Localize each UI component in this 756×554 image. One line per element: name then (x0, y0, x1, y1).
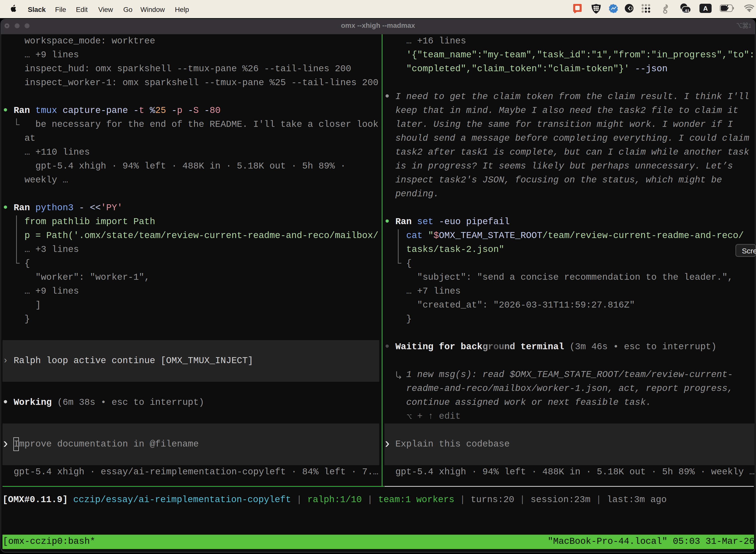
svg-text:..61: ..61 (683, 8, 689, 13)
svg-text:1: 1 (748, 22, 751, 29)
svg-text:A: A (703, 5, 708, 12)
